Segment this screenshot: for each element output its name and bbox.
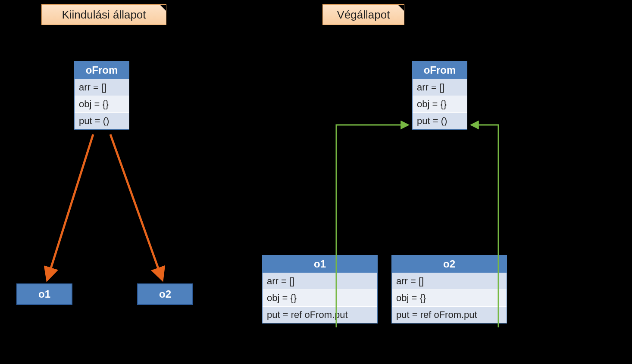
right-o2-rows: arr = [] obj = {} put = ref oFrom.put	[392, 273, 507, 323]
left-ofrom-table: oFrom arr = [] obj = {} put = ()	[74, 61, 129, 130]
left-o1-box: o1	[16, 283, 72, 305]
right-o1-prop-2: put = ref oFrom.put	[263, 307, 377, 323]
right-o1-prop-0: arr = []	[263, 273, 377, 290]
right-o2-table: o2 arr = [] obj = {} put = ref oFrom.put	[391, 255, 507, 324]
left-ofrom-rows: arr = [] obj = {} put = ()	[75, 79, 129, 129]
arrow-ofrom-to-o2	[110, 134, 162, 279]
right-ofrom-prop-2: put = ()	[413, 113, 467, 129]
right-o1-table: o1 arr = [] obj = {} put = ref oFrom.put	[262, 255, 378, 324]
right-o1-prop-1: obj = {}	[263, 290, 377, 307]
right-o2-prop-0: arr = []	[392, 273, 507, 290]
right-ofrom-header: oFrom	[413, 62, 467, 79]
right-ofrom-rows: arr = [] obj = {} put = ()	[413, 79, 467, 129]
right-o2-prop-2: put = ref oFrom.put	[392, 307, 507, 323]
right-o2-prop-1: obj = {}	[392, 290, 507, 307]
title-right: Végállapot	[322, 4, 404, 25]
left-ofrom-prop-1: obj = {}	[75, 96, 129, 113]
left-o2-box: o2	[137, 283, 193, 305]
left-ofrom-prop-2: put = ()	[75, 113, 129, 129]
right-o1-header: o1	[263, 255, 377, 273]
arrow-ofrom-to-o1	[47, 134, 93, 279]
left-ofrom-header: oFrom	[75, 62, 129, 79]
left-ofrom-prop-0: arr = []	[75, 79, 129, 96]
right-o2-header: o2	[392, 255, 507, 273]
right-o1-rows: arr = [] obj = {} put = ref oFrom.put	[263, 273, 377, 323]
right-ofrom-table: oFrom arr = [] obj = {} put = ()	[412, 61, 467, 130]
right-ofrom-prop-1: obj = {}	[413, 96, 467, 113]
right-ofrom-prop-0: arr = []	[413, 79, 467, 96]
title-left: Kiindulási állapot	[41, 4, 166, 25]
